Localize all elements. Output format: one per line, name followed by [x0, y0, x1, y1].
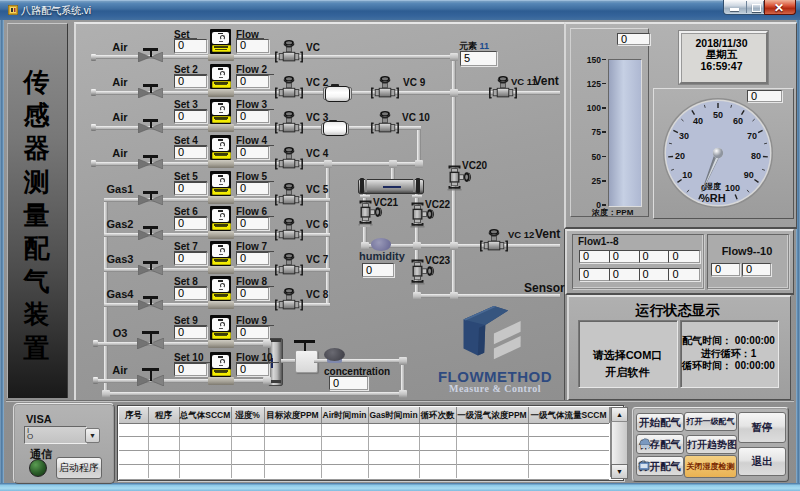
- svg-text:10: 10: [682, 170, 692, 180]
- svg-text:70: 70: [747, 131, 757, 141]
- svg-text:100: 100: [725, 183, 740, 193]
- svg-text:30: 30: [679, 131, 689, 141]
- svg-text:20: 20: [675, 151, 685, 161]
- svg-text:60: 60: [733, 116, 743, 126]
- svg-text:50: 50: [713, 110, 723, 120]
- svg-text:40: 40: [693, 116, 703, 126]
- svg-text:90: 90: [744, 170, 754, 180]
- svg-text:80: 80: [751, 151, 761, 161]
